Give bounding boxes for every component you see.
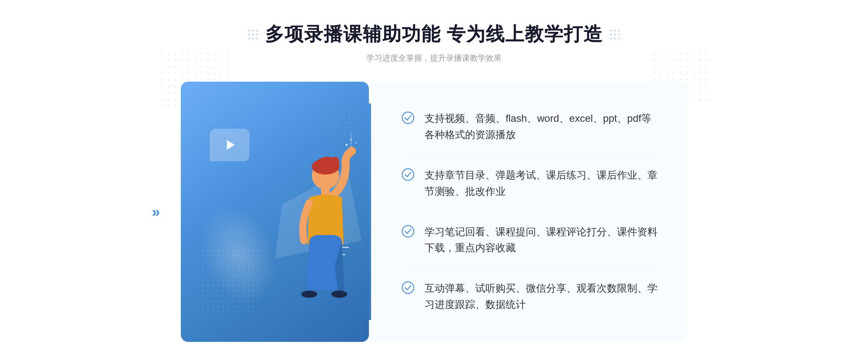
person-illustration [253,132,362,342]
check-circle-icon-1 [401,111,414,124]
dot [618,34,620,35]
svg-point-4 [301,291,317,298]
svg-point-12 [402,226,414,237]
dot [610,30,612,31]
feature-item-1: 支持视频、音频、flash、word、excel、ppt、pdf等各种格式的资源… [401,100,658,154]
dot [256,34,258,35]
dot [610,38,612,39]
right-title-dots [610,30,620,39]
svg-point-10 [402,112,414,124]
dot [614,30,616,31]
header-section: 多项录播课辅助功能 专为线上教学打造 [248,22,620,64]
svg-point-5 [331,291,347,298]
feature-text-2: 支持章节目录、弹题考试、课后练习、课后作业、章节测验、批改作业 [425,167,658,200]
chevron-icon: » [152,205,160,219]
check-circle-icon-3 [401,225,414,238]
feature-item-2: 支持章节目录、弹题考试、课后练习、课后作业、章节测验、批改作业 [401,156,658,211]
check-circle-icon-4 [401,281,414,294]
feature-text-4: 互动弹幕、试听购买、微信分享、观看次数限制、学习进度跟踪、数据统计 [425,280,658,313]
svg-point-11 [402,169,414,180]
dot [248,38,250,39]
dot [252,30,254,31]
blue-accent-bar [369,103,371,320]
dot [248,34,250,35]
feature-item-4: 互动弹幕、试听购买、微信分享、观看次数限制、学习进度跟踪、数据统计 [401,270,658,324]
page-container: 多项录播课辅助功能 专为线上教学打造 [0,0,868,352]
left-panel [181,82,369,342]
play-bubble [210,129,250,161]
main-card-wrapper: » [181,82,687,342]
play-triangle-icon [227,140,235,150]
title-row: 多项录播课辅助功能 专为线上教学打造 [248,22,620,47]
dot [610,34,612,35]
dot [614,34,616,35]
svg-point-7 [345,144,348,146]
svg-point-6 [347,147,356,155]
svg-point-8 [356,142,357,144]
left-chevrons-decoration: » [152,205,160,219]
svg-point-9 [350,139,352,141]
dot [614,38,616,39]
right-panel: 支持视频、音频、flash、word、excel、ppt、pdf等各种格式的资源… [369,82,687,342]
dot [248,30,250,31]
content-area: 支持视频、音频、flash、word、excel、ppt、pdf等各种格式的资源… [181,82,687,342]
subtitle: 学习进度全掌握，提升录播课教学效果 [248,53,620,64]
check-circle-icon-2 [401,168,414,181]
svg-point-13 [402,282,414,293]
dot [618,38,620,39]
feature-text-1: 支持视频、音频、flash、word、excel、ppt、pdf等各种格式的资源… [425,111,658,143]
left-title-dots [248,30,258,39]
main-title: 多项录播课辅助功能 专为线上教学打造 [265,22,603,47]
dot [256,30,258,31]
dot [252,38,254,39]
dot [256,38,258,39]
dot [618,30,620,31]
feature-item-3: 学习笔记回看、课程提问、课程评论打分、课件资料下载，重点内容收藏 [401,213,658,268]
dot [252,34,254,35]
feature-text-3: 学习笔记回看、课程提问、课程评论打分、课件资料下载，重点内容收藏 [425,224,658,257]
